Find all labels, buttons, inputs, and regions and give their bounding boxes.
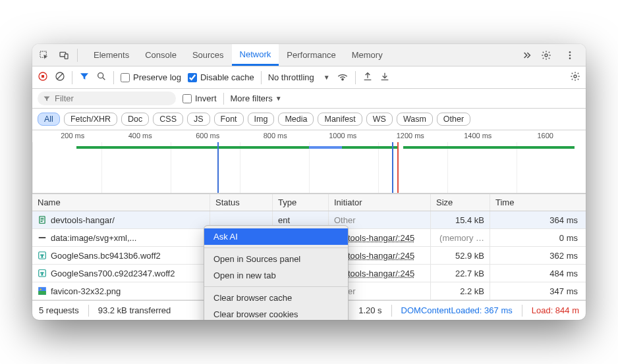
timeline-overview[interactable]: 200 ms400 ms600 ms800 ms1000 ms1200 ms14… (32, 130, 586, 194)
menu-item-label: Open in Sources panel (213, 254, 300, 264)
type-filter-ws[interactable]: WS (366, 113, 393, 126)
search-icon[interactable] (96, 71, 107, 84)
type-filter-media[interactable]: Media (278, 113, 314, 126)
menu-item-label: Clear browser cookies (213, 309, 298, 319)
svg-point-14 (574, 75, 576, 78)
type-filter-img[interactable]: Img (248, 113, 275, 126)
type-filter-js[interactable]: JS (187, 113, 210, 126)
svg-rect-2 (65, 54, 68, 59)
timeline-tick: 1200 ms (377, 132, 445, 140)
clear-icon[interactable] (55, 71, 65, 84)
svg-point-26 (40, 289, 42, 290)
svg-rect-25 (38, 291, 46, 295)
svg-point-3 (545, 54, 548, 57)
svg-line-10 (57, 73, 63, 79)
more-tabs-icon[interactable] (517, 46, 536, 65)
cell-size: (memory … (431, 229, 490, 246)
column-initiator[interactable]: Initiator (329, 194, 431, 211)
network-conditions-icon[interactable] (337, 70, 349, 84)
menu-item-label: Open in new tab (213, 271, 276, 280)
type-filter-doc[interactable]: Doc (121, 113, 149, 126)
svg-line-12 (103, 78, 105, 80)
filter-input[interactable]: Filter (38, 91, 176, 105)
menu-separator (204, 286, 348, 287)
tab-performance[interactable]: Performance (279, 44, 343, 66)
timeline-tick: 200 ms (39, 132, 107, 140)
cell-size: 22.7 kB (431, 265, 490, 282)
timeline-tick: 1400 ms (444, 132, 512, 140)
kebab-icon[interactable] (561, 46, 579, 65)
type-filter-manifest[interactable]: Manifest (318, 113, 362, 126)
request-name: devtools-hangar/ (51, 215, 115, 225)
request-name: favicon-32x32.png (51, 286, 121, 296)
initiator-text: Other (334, 215, 356, 225)
domcontentloaded-time: DOMContentLoaded: 367 ms (401, 305, 513, 315)
cell-time: 362 ms (490, 247, 586, 264)
chevron-down-icon: ▼ (275, 95, 282, 102)
filter-bar: Filter Invert More filters ▼ (32, 89, 586, 109)
svg-rect-8 (42, 75, 44, 78)
devtools-window: ElementsConsoleSourcesNetworkPerformance… (32, 44, 586, 320)
timeline-tick: 800 ms (242, 132, 310, 140)
throttling-select[interactable]: No throttling ▼ (268, 72, 330, 82)
font-icon: T (38, 269, 47, 278)
type-filter-font[interactable]: Font (214, 113, 244, 126)
svg-text:T: T (41, 253, 44, 259)
throttling-label: No throttling (268, 72, 314, 82)
inspect-icon[interactable] (35, 46, 53, 65)
timeline-tick: 1600 (512, 132, 580, 140)
type-filter-css[interactable]: CSS (153, 113, 183, 126)
panel-settings-icon[interactable] (570, 71, 580, 84)
invert-checkbox[interactable]: Invert (183, 93, 217, 103)
menu-item-clear-browser-cache[interactable]: Clear browser cache (204, 290, 348, 306)
tab-console[interactable]: Console (137, 44, 184, 66)
filter-toggle-icon[interactable] (79, 71, 90, 84)
column-status[interactable]: Status (210, 194, 273, 211)
device-toggle-icon[interactable] (55, 46, 73, 65)
menu-item-open-in-new-tab[interactable]: Open in new tab (204, 267, 348, 284)
tab-network[interactable]: Network (232, 44, 279, 66)
svg-point-13 (342, 78, 343, 80)
load-time: Load: 844 m (532, 305, 579, 315)
svg-point-4 (569, 51, 571, 53)
timeline-tick: 1000 ms (309, 132, 377, 140)
request-count: 5 requests (39, 305, 79, 315)
request-name: data:image/svg+xml,... (51, 233, 136, 243)
type-filter-wasm[interactable]: Wasm (397, 113, 433, 126)
download-icon[interactable] (379, 71, 390, 84)
svg-point-6 (569, 57, 571, 59)
tab-memory[interactable]: Memory (344, 44, 391, 66)
column-time[interactable]: Time (490, 194, 586, 211)
disable-cache-label: Disable cache (200, 72, 254, 82)
request-name: GoogleSans.bc9413b6.woff2 (51, 251, 161, 261)
menu-separator (204, 247, 348, 248)
transferred-size: 93.2 kB transferred (98, 305, 171, 315)
tab-elements[interactable]: Elements (86, 44, 137, 66)
menu-item-label: Ask AI (213, 232, 238, 242)
context-menu: Ask AIOpen in Sources panelOpen in new t… (204, 225, 349, 320)
record-icon[interactable] (38, 71, 48, 84)
type-filter-fetchxhr[interactable]: Fetch/XHR (64, 113, 117, 126)
column-size[interactable]: Size (431, 194, 490, 211)
tab-bar: ElementsConsoleSourcesNetworkPerformance… (32, 44, 586, 66)
gear-icon[interactable] (537, 46, 555, 65)
filter-placeholder: Filter (55, 93, 74, 103)
preserve-log-checkbox[interactable]: Preserve log (121, 72, 181, 82)
upload-icon[interactable] (362, 71, 373, 84)
disable-cache-checkbox[interactable]: Disable cache (188, 72, 254, 82)
type-filter-other[interactable]: Other (437, 113, 470, 126)
data-icon (38, 233, 47, 242)
type-filter-all[interactable]: All (38, 113, 60, 126)
cell-time: 484 ms (490, 265, 586, 282)
menu-item-open-in-sources-panel[interactable]: Open in Sources panel (204, 251, 348, 267)
menu-item-ask-ai[interactable]: Ask AI (204, 228, 348, 245)
svg-point-11 (98, 73, 103, 78)
menu-item-clear-browser-cookies[interactable]: Clear browser cookies (204, 306, 348, 320)
column-type[interactable]: Type (273, 194, 329, 211)
cell-size: 2.2 kB (431, 282, 490, 299)
column-name[interactable]: Name (32, 194, 210, 211)
cell-time: 0 ms (490, 229, 586, 246)
tab-sources[interactable]: Sources (184, 44, 232, 66)
more-filters-button[interactable]: More filters ▼ (231, 93, 282, 103)
table-header: Name Status Type Initiator Size Time (32, 194, 586, 211)
